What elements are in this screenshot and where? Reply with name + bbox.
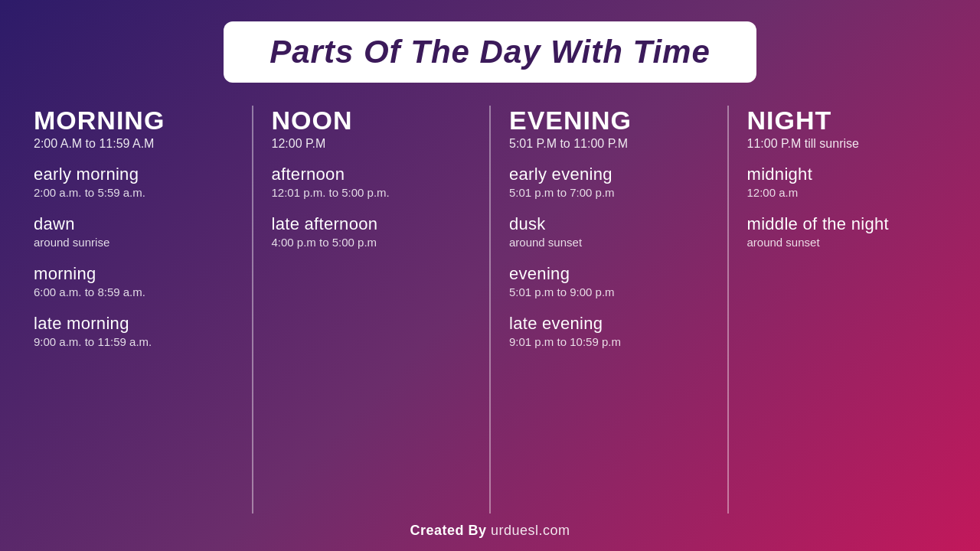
day-item-time: around sunset <box>747 236 947 249</box>
day-item-time: 6:00 a.m. to 8:59 a.m. <box>34 285 234 298</box>
footer-prefix: Created By <box>410 523 486 538</box>
day-item-time: 12:01 p.m. to 5:00 p.m. <box>272 186 472 199</box>
day-item-name: middle of the night <box>747 214 947 234</box>
day-item-time: 2:00 a.m. to 5:59 a.m. <box>34 186 234 199</box>
col-header-night: NIGHT11:00 P.M till sunrise <box>747 106 947 151</box>
day-item-time: 5:01 p.m to 7:00 p.m <box>509 186 709 199</box>
column-noon: NOON12:00 P.Mafternoon12:01 p.m. to 5:00… <box>253 106 492 514</box>
day-item-time: around sunrise <box>34 236 234 249</box>
day-item-name: afternoon <box>272 165 472 184</box>
list-item: late morning9:00 a.m. to 11:59 a.m. <box>34 314 234 348</box>
day-item-time: 9:00 a.m. to 11:59 a.m. <box>34 335 234 348</box>
list-item: evening5:01 p.m to 9:00 p.m <box>509 264 709 298</box>
col-header-title-morning: MORNING <box>34 106 234 135</box>
col-header-evening: EVENING5:01 P.M to 11:00 P.M <box>509 106 709 151</box>
list-item: afternoon12:01 p.m. to 5:00 p.m. <box>272 165 472 199</box>
day-item-name: late evening <box>509 314 709 334</box>
col-header-time-evening: 5:01 P.M to 11:00 P.M <box>509 137 709 151</box>
day-item-time: around sunset <box>509 236 709 249</box>
col-header-title-night: NIGHT <box>747 106 947 135</box>
day-item-name: dusk <box>509 214 709 234</box>
footer-site: urduesl.com <box>491 523 570 538</box>
day-item-time: 12:00 a.m <box>747 186 947 199</box>
list-item: dawnaround sunrise <box>34 214 234 249</box>
day-item-name: late morning <box>34 314 234 334</box>
list-item: early evening5:01 p.m to 7:00 p.m <box>509 165 709 199</box>
column-night: NIGHT11:00 P.M till sunrisemidnight12:00… <box>729 106 965 514</box>
col-header-noon: NOON12:00 P.M <box>272 106 472 151</box>
column-morning: MORNING2:00 A.M to 11:59 A.Mearly mornin… <box>15 106 253 514</box>
col-header-time-morning: 2:00 A.M to 11:59 A.M <box>34 137 234 151</box>
footer: Created By urduesl.com <box>410 514 570 551</box>
list-item: midnight12:00 a.m <box>747 165 947 199</box>
day-item-name: midnight <box>747 165 947 184</box>
day-item-name: evening <box>509 264 709 284</box>
list-item: late evening9:01 p.m to 10:59 p.m <box>509 314 709 348</box>
day-item-name: early evening <box>509 165 709 184</box>
list-item: duskaround sunset <box>509 214 709 249</box>
day-item-name: dawn <box>34 214 234 234</box>
day-item-time: 5:01 p.m to 9:00 p.m <box>509 285 709 298</box>
column-evening: EVENING5:01 P.M to 11:00 P.Mearly evenin… <box>491 106 729 514</box>
title-text: Parts Of The Day With Time <box>270 34 710 70</box>
col-header-title-noon: NOON <box>272 106 472 135</box>
day-item-name: late afternoon <box>272 214 472 234</box>
col-header-morning: MORNING2:00 A.M to 11:59 A.M <box>34 106 234 151</box>
col-header-time-noon: 12:00 P.M <box>272 137 472 151</box>
title-box: Parts Of The Day With Time <box>224 21 756 83</box>
list-item: early morning2:00 a.m. to 5:59 a.m. <box>34 165 234 199</box>
day-item-name: morning <box>34 264 234 284</box>
columns-container: MORNING2:00 A.M to 11:59 A.Mearly mornin… <box>15 106 965 514</box>
list-item: morning6:00 a.m. to 8:59 a.m. <box>34 264 234 298</box>
list-item: middle of the nightaround sunset <box>747 214 947 249</box>
col-header-title-evening: EVENING <box>509 106 709 135</box>
list-item: late afternoon4:00 p.m to 5:00 p.m <box>272 214 472 249</box>
day-item-time: 9:01 p.m to 10:59 p.m <box>509 335 709 348</box>
col-header-time-night: 11:00 P.M till sunrise <box>747 137 947 151</box>
day-item-time: 4:00 p.m to 5:00 p.m <box>272 236 472 249</box>
day-item-name: early morning <box>34 165 234 184</box>
